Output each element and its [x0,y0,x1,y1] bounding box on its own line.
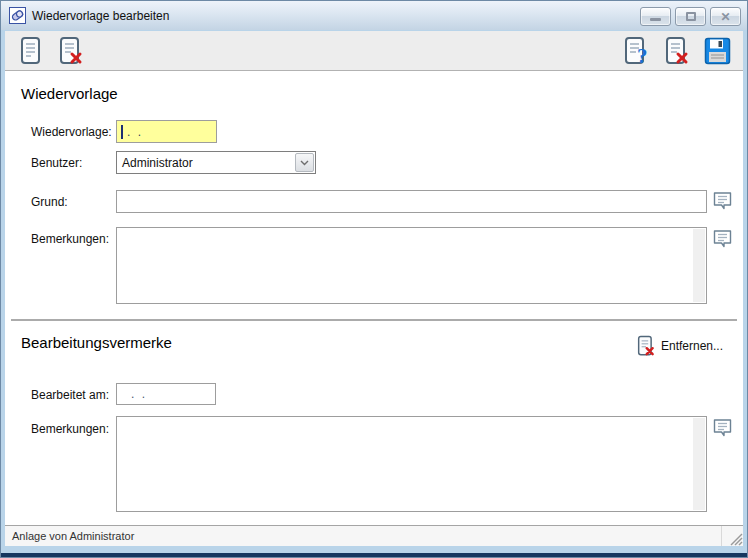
client-area: ? [5,31,743,546]
minimize-button[interactable] [640,7,671,26]
vertical-scrollbar[interactable] [693,229,705,302]
entfernen-button[interactable]: Entfernen... [636,335,723,357]
grund-input[interactable] [116,190,707,213]
help-document-button[interactable]: ? [623,35,651,67]
bearbeitet-am-input[interactable]: . . [116,383,216,405]
text-caret [121,125,123,139]
maximize-button[interactable] [675,7,706,26]
benutzer-label: Benutzer: [31,156,82,170]
date-mask-value: . . [127,125,143,139]
toolbar-right-group: ? [623,35,731,67]
statusbar: Anlage von Administrator [5,525,743,546]
chevron-down-icon [300,160,309,166]
comment-icon [712,191,733,211]
document-delete-icon [664,36,690,66]
section-heading-bearbeitungsvermerke: Bearbeitungsvermerke [21,334,172,351]
save-icon [704,37,731,65]
section-heading-wiedervorlage: Wiedervorlage [21,85,118,102]
bemerkungen-note-button[interactable] [712,229,734,249]
form-area: Wiedervorlage Wiedervorlage: . . Benutze… [5,72,743,525]
caption-buttons: ✕ [640,7,741,26]
close-icon: ✕ [720,11,730,23]
resize-grip-icon [729,532,743,546]
window-bottom-border [1,553,747,557]
resize-grip[interactable] [721,526,743,546]
toolbar: ? [5,31,743,71]
document-help-icon: ? [623,36,651,66]
toolbar-left-group [17,35,85,67]
document-icon [19,36,43,66]
bemerkungen2-label: Bemerkungen: [31,422,109,436]
dialog-window: Wiedervorlage bearbeiten ✕ [0,0,748,558]
bearbeitet-am-label: Bearbeitet am: [31,388,109,402]
vertical-scrollbar[interactable] [693,418,705,510]
wiedervorlage-label: Wiedervorlage: [31,125,112,139]
section-divider [11,319,737,321]
document-delete-icon [636,335,656,357]
comment-icon [712,229,733,249]
grund-label: Grund: [31,195,68,209]
delete-document-button[interactable] [57,35,85,67]
date-mask-value: . . [131,387,147,401]
bemerkungen2-note-button[interactable] [712,418,734,438]
grund-note-button[interactable] [712,191,734,211]
close-button[interactable]: ✕ [710,7,741,26]
comment-icon [712,418,733,438]
save-button[interactable] [703,35,731,67]
titlebar[interactable]: Wiedervorlage bearbeiten ✕ [1,1,747,30]
bemerkungen2-textarea[interactable] [116,416,707,512]
app-icon [9,7,26,24]
window-title: Wiedervorlage bearbeiten [32,9,169,23]
document-delete-icon [58,36,84,66]
bemerkungen-textarea[interactable] [116,227,707,304]
svg-text:?: ? [637,44,648,66]
bemerkungen-label: Bemerkungen: [31,232,109,246]
dropdown-button[interactable] [295,153,314,172]
discard-document-button[interactable] [663,35,691,67]
wiedervorlage-date-input[interactable]: . . [116,120,217,143]
minimize-icon [650,18,661,21]
new-document-button[interactable] [17,35,45,67]
maximize-icon [686,12,696,21]
status-text: Anlage von Administrator [5,530,721,542]
benutzer-selected-value: Administrator [117,156,294,170]
entfernen-label: Entfernen... [661,339,723,353]
benutzer-select[interactable]: Administrator [116,151,316,174]
